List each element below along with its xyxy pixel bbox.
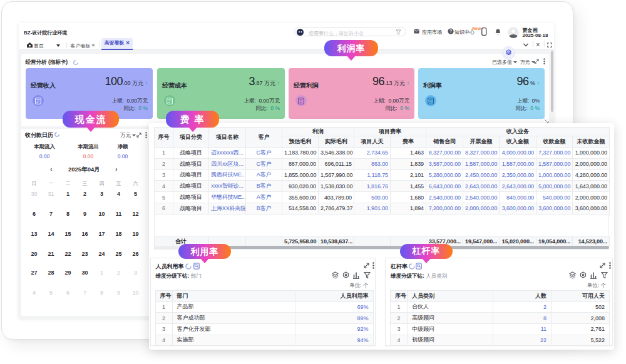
svg-text:?: ?	[449, 29, 451, 33]
